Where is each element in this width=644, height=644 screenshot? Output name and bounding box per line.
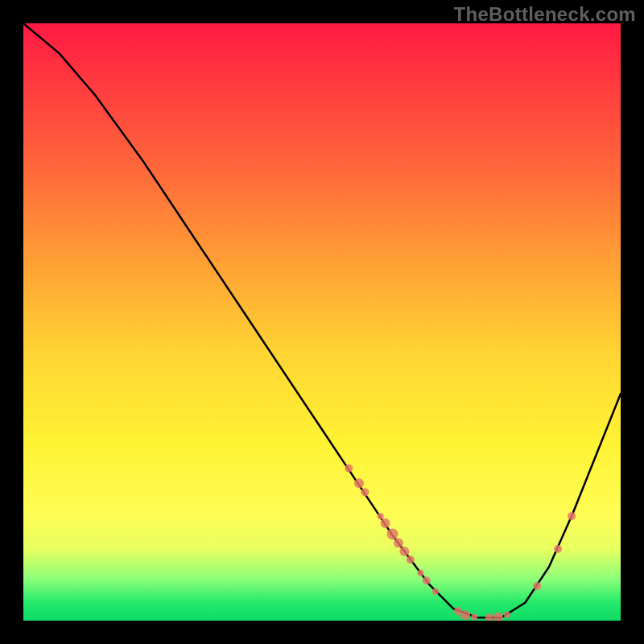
data-point-marker xyxy=(432,588,439,595)
watermark-text: TheBottleneck.com xyxy=(454,3,636,26)
bottleneck-curve-chart xyxy=(23,23,621,621)
data-point-marker xyxy=(354,478,364,488)
data-point-marker xyxy=(381,518,390,528)
data-point-marker xyxy=(568,512,576,520)
bottleneck-curve xyxy=(23,23,621,617)
data-point-marker xyxy=(345,464,353,473)
data-point-marker xyxy=(493,613,503,621)
chart-plot-area xyxy=(23,23,621,621)
data-point-marker xyxy=(554,545,562,553)
data-point-marker xyxy=(504,612,510,618)
data-point-marker xyxy=(387,528,398,539)
data-point-marker xyxy=(471,614,477,621)
data-point-marker xyxy=(460,610,470,620)
data-point-marker xyxy=(533,582,541,590)
data-point-marker xyxy=(399,547,409,556)
data-point-marker xyxy=(417,570,423,576)
data-point-marker xyxy=(394,539,403,548)
data-point-marker xyxy=(485,613,493,621)
data-point-marker xyxy=(423,576,431,584)
data-point-marker xyxy=(378,513,384,519)
data-point-marker xyxy=(407,555,415,564)
data-point-marker xyxy=(361,488,369,496)
